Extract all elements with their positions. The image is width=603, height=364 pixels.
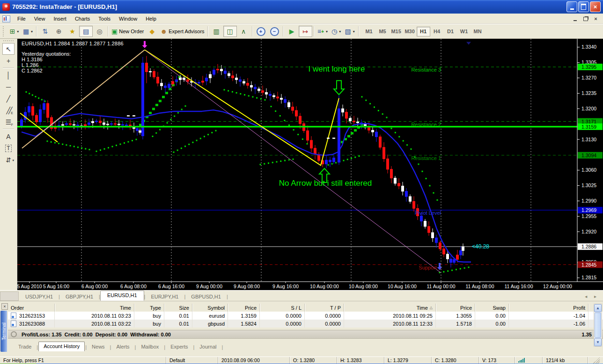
terminal-tab-alerts[interactable]: Alerts [111, 342, 134, 351]
chart-tab-eurusd[interactable]: EURUSD,H1 [100, 291, 144, 301]
column-header-time[interactable]: Time [55, 304, 134, 312]
text-label-tool-button[interactable]: T [2, 142, 15, 154]
terminal-scrollbar[interactable]: ▲ ▼ [594, 304, 602, 347]
price-chart[interactable]: Resistance 3Resistance 2Resistance 1Pivi… [17, 39, 603, 290]
indicators-button[interactable]: ≡+▾ [316, 26, 330, 37]
timeframe-m30-button[interactable]: M30 [403, 27, 417, 36]
column-header-type[interactable]: Type [134, 304, 164, 312]
terminal-tab-journal[interactable]: Journal [195, 342, 221, 351]
timeframe-h1-button[interactable]: H1 [417, 27, 430, 36]
terminal-tab-trade[interactable]: Trade [14, 342, 36, 351]
templates-button[interactable]: ▧▾ [343, 26, 357, 37]
zoom-in-button[interactable]: + [254, 26, 268, 37]
new-order-button[interactable]: ▣New Order [110, 26, 145, 37]
terminal-tab-account-history[interactable]: Account History [38, 342, 85, 351]
menu-charts[interactable]: Charts [71, 15, 94, 23]
profiles-button[interactable]: ▦▾ [21, 26, 35, 37]
timeframe-m5-button[interactable]: M5 [376, 27, 390, 36]
price-tick: 1.3235 [581, 90, 596, 96]
horizontal-line-tool-button[interactable]: ─ [2, 81, 15, 93]
menu-tools[interactable]: Tools [94, 15, 115, 23]
auto-scroll-button[interactable]: ▶ [285, 26, 299, 37]
new-chart-button[interactable]: ⊞▾ [7, 26, 21, 37]
price-badge-label: 1.3295 [581, 64, 596, 70]
candlestick-chart-button[interactable]: ◫ [223, 26, 237, 37]
terminal-tab-experts[interactable]: Experts [166, 342, 192, 351]
vertical-line-tool-button[interactable]: │ [2, 69, 15, 81]
menu-file[interactable]: File [13, 15, 30, 23]
timeframe-d1-button[interactable]: D1 [444, 27, 457, 36]
metaeditor-button[interactable]: ◆ [145, 26, 159, 37]
chart-window-icon[interactable] [2, 15, 10, 22]
periods-button[interactable]: ◷▾ [330, 26, 343, 37]
terminal-close-button[interactable]: × [1, 303, 8, 310]
fibonacci-tool-button[interactable]: ☰F [2, 116, 15, 128]
expert-advisors-button[interactable]: ☻Expert Advisors [159, 26, 206, 37]
terminal-button[interactable]: ▤ [79, 26, 93, 37]
column-header-profit[interactable]: Profit [509, 304, 588, 312]
timeframe-w1-button[interactable]: W1 [457, 27, 471, 36]
sar-dot [70, 145, 71, 146]
sar-dot [41, 99, 43, 101]
terminal-tab-mailbox[interactable]: Mailbox [136, 342, 163, 351]
chart-shift-button[interactable]: ↦ [299, 26, 312, 37]
summary-text: Profit/Loss: 1.35 Credit: 0.00 Deposit: … [22, 332, 171, 337]
child-restore-button[interactable] [581, 15, 590, 23]
tab-scroll-arrows[interactable]: ◂ ▸ [581, 294, 603, 301]
chart-tab-gbpusd[interactable]: GBPUSD,H1 [185, 292, 227, 301]
order-cell: gbpusd [192, 320, 228, 328]
column-header-time[interactable]: Time△ [344, 304, 436, 312]
terminal-side-label[interactable]: Terminal [0, 311, 7, 352]
bar-chart-button[interactable]: ▥ [210, 26, 223, 37]
column-header-order[interactable]: Order [8, 304, 55, 312]
cursor-tool-button[interactable]: ↖ [2, 43, 15, 55]
column-header-size[interactable]: Size [164, 304, 192, 312]
annotation-text-2: <40.28 [472, 243, 489, 250]
terminal-tab-news[interactable]: News [87, 342, 110, 351]
child-close-button[interactable]: × [591, 15, 600, 23]
scroll-up-icon[interactable]: ▲ [594, 304, 602, 312]
timeframe-h4-button[interactable]: H4 [430, 27, 444, 36]
chart-tab-gbpjpy[interactable]: GBPJPY,H1 [60, 292, 99, 301]
sar-dot [200, 138, 201, 139]
annotation-text-0: I went long here [309, 65, 365, 73]
column-header-price[interactable]: Price [228, 304, 260, 312]
close-button[interactable]: × [590, 1, 601, 12]
menu-help[interactable]: Help [141, 15, 161, 23]
maximize-button[interactable] [578, 1, 589, 12]
data-window-button[interactable]: ⊕ [52, 26, 66, 37]
scroll-down-icon[interactable]: ▼ [594, 338, 602, 346]
column-header-sl[interactable]: S / L [260, 304, 305, 312]
timeframe-m1-button[interactable]: M1 [362, 27, 376, 36]
order-row[interactable]: 3126231532010.08.11 03:23buy0.01eurusd1.… [8, 312, 603, 320]
resize-grip-icon[interactable] [593, 357, 600, 364]
column-header-tp[interactable]: T / P [305, 304, 344, 312]
timeframe-m15-button[interactable]: M15 [390, 27, 403, 36]
column-header-price[interactable]: Price [436, 304, 475, 312]
menu-view[interactable]: View [30, 15, 50, 23]
scroll-thumb[interactable] [595, 313, 601, 338]
child-minimize-button[interactable] [571, 15, 580, 23]
line-chart-button[interactable]: ∧ [237, 26, 250, 37]
menu-window[interactable]: Window [115, 15, 141, 23]
crosshair-tool-button[interactable]: + [2, 55, 15, 66]
equidistant-channel-tool-button[interactable]: ╱╱E [2, 104, 15, 116]
market-watch-button[interactable]: ⇅ [38, 26, 52, 37]
zoom-out-button[interactable]: − [268, 26, 281, 37]
timeframe-mn-button[interactable]: MN [471, 27, 485, 36]
arrows-tool-button[interactable]: ⇵▾ [2, 154, 15, 166]
trend-step [165, 92, 168, 94]
minimize-button[interactable] [566, 1, 577, 12]
navigator-button[interactable]: ★ [66, 26, 79, 37]
chart-tab-eurjpy[interactable]: EURJPY,H1 [145, 292, 184, 301]
text-tool-button[interactable]: A [2, 131, 15, 142]
sar-dot [96, 151, 97, 152]
column-header-symbol[interactable]: Symbol [192, 304, 228, 312]
strategy-tester-button[interactable]: ◎ [93, 26, 106, 37]
order-row[interactable]: 3126230882010.08.11 03:22buy0.01gbpusd1.… [8, 320, 603, 328]
menu-insert[interactable]: Insert [49, 15, 71, 23]
column-header-swap[interactable]: Swap [475, 304, 509, 312]
trend-step [149, 112, 152, 114]
chart-tab-usdjpy[interactable]: USDJPY,H1 [20, 292, 59, 301]
trendline-tool-button[interactable]: ╱ [2, 93, 15, 104]
